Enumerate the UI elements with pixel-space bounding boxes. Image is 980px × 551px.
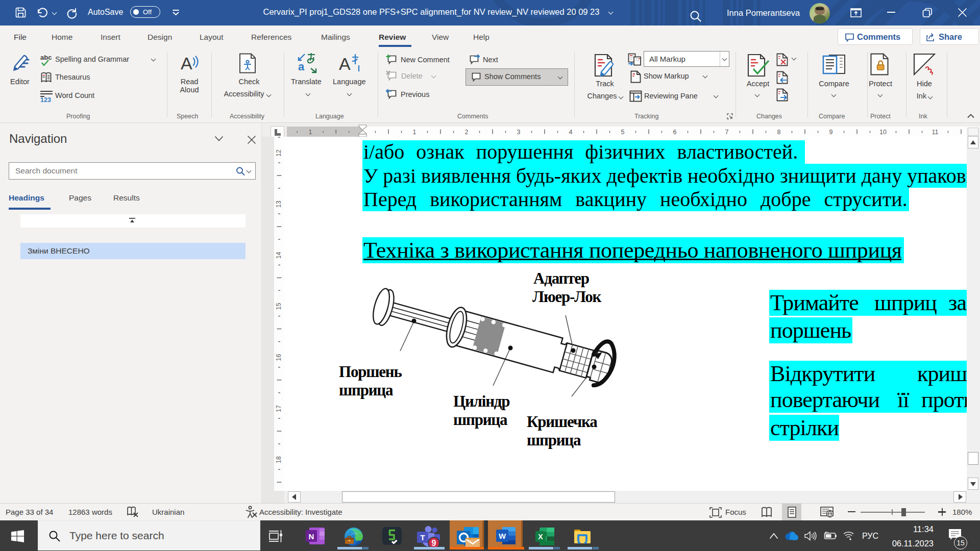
svg-text:T: T (420, 533, 425, 542)
svg-text:6: 6 (673, 129, 677, 136)
svg-text:5: 5 (621, 129, 625, 136)
svg-text:A: A (339, 54, 351, 73)
svg-text:A: A (181, 54, 192, 73)
svg-text:2: 2 (465, 129, 469, 136)
svg-text:15: 15 (275, 303, 282, 310)
svg-text:17: 17 (275, 405, 282, 412)
svg-text:8: 8 (777, 129, 781, 136)
svg-text:N: N (309, 532, 314, 541)
svg-text:9: 9 (432, 539, 436, 547)
svg-text:W: W (499, 532, 506, 540)
svg-text:abc: abc (40, 54, 52, 61)
svg-text:16: 16 (275, 354, 282, 361)
svg-text:13: 13 (275, 201, 282, 208)
svg-text:3: 3 (517, 129, 521, 136)
svg-text:1: 1 (413, 129, 416, 136)
svg-text:a: a (298, 60, 305, 73)
svg-text:10: 10 (879, 129, 887, 136)
svg-text:1: 1 (309, 129, 312, 136)
svg-text:7: 7 (725, 129, 729, 136)
svg-text:X: X (538, 533, 543, 541)
svg-text:18: 18 (275, 456, 282, 463)
svg-text:11: 11 (932, 129, 939, 136)
svg-text:14: 14 (275, 252, 282, 259)
svg-text:9: 9 (829, 129, 833, 136)
svg-text:123: 123 (40, 96, 51, 103)
svg-text:12: 12 (275, 149, 282, 157)
svg-text:4: 4 (569, 129, 573, 136)
